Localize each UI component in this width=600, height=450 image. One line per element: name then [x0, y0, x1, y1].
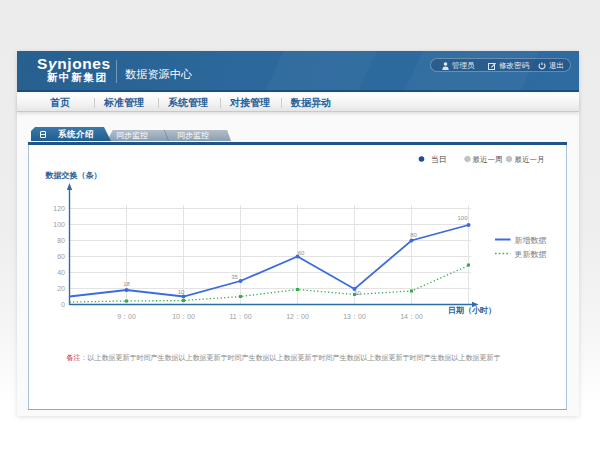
svg-text:数据交换（条）: 数据交换（条）: [45, 171, 102, 180]
svg-text:11：00: 11：00: [229, 313, 251, 320]
svg-text:120: 120: [53, 205, 65, 212]
svg-text:100: 100: [457, 215, 468, 221]
svg-text:最近一周: 最近一周: [473, 155, 503, 164]
svg-text:9：00: 9：00: [117, 313, 136, 320]
svg-text:更新数据: 更新数据: [515, 250, 547, 259]
svg-text:13：00: 13：00: [343, 313, 366, 320]
svg-text:18: 18: [123, 281, 130, 287]
svg-text:当日: 当日: [431, 155, 447, 164]
svg-text:60: 60: [57, 253, 65, 260]
svg-text:最近一月: 最近一月: [515, 155, 545, 164]
svg-text:日期（小时）: 日期（小时）: [448, 306, 496, 315]
svg-text:20: 20: [57, 285, 65, 292]
svg-text:100: 100: [53, 221, 65, 228]
svg-text:备注：以上数据更新于时间产生数据以上数据更新于时间产生数据以: 备注：以上数据更新于时间产生数据以上数据更新于时间产生数据以上数据更新于时间产生…: [67, 353, 501, 362]
svg-text:10：00: 10：00: [172, 313, 195, 320]
svg-text:80: 80: [410, 232, 417, 238]
svg-text:0: 0: [61, 301, 65, 308]
svg-text:40: 40: [57, 269, 65, 276]
svg-text:60: 60: [298, 250, 305, 256]
svg-text:14：00: 14：00: [400, 313, 423, 320]
svg-text:12：00: 12：00: [286, 313, 309, 320]
svg-text:新增数据: 新增数据: [515, 236, 547, 245]
svg-text:35: 35: [231, 274, 238, 280]
svg-text:10: 10: [354, 290, 361, 296]
svg-text:10: 10: [178, 289, 185, 295]
svg-text:80: 80: [57, 237, 65, 244]
